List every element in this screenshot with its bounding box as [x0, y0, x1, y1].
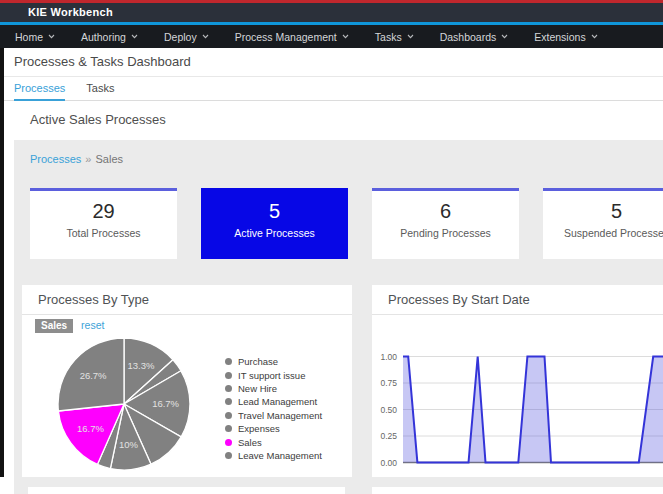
breadcrumb: Processes»Sales: [30, 153, 123, 165]
metric-value: 5: [543, 200, 663, 223]
caret-down-icon: [407, 34, 414, 39]
processes-by-start-date-body: 1.000.750.500.250.00: [372, 315, 663, 476]
bottom-panel-left: [28, 487, 345, 494]
metric-value: 6: [372, 200, 519, 223]
main-nav: HomeAuthoringDeployProcess ManagementTas…: [0, 25, 663, 48]
nav-item-label: Deploy: [164, 31, 197, 43]
legend-dot-icon: [225, 385, 232, 392]
nav-item-label: Extensions: [534, 31, 585, 43]
y-axis-tick-label: 0.25: [372, 431, 397, 441]
breadcrumb-separator: »: [85, 153, 91, 165]
tab-tasks[interactable]: Tasks: [86, 78, 114, 101]
pie-slice-label: 10%: [119, 439, 139, 450]
nav-item-process-management[interactable]: Process Management: [222, 25, 362, 48]
metric-label: Pending Processes: [372, 227, 519, 239]
section-bar: Active Sales Processes: [4, 102, 663, 140]
brand-logo[interactable]: KIE Workbench: [28, 3, 113, 22]
nav-item-home[interactable]: Home: [2, 25, 68, 48]
legend-label: Lead Management: [238, 396, 317, 407]
page-title: Processes & Tasks Dashboard: [14, 48, 191, 76]
legend-label: Sales: [238, 437, 262, 448]
nav-item-dashboards[interactable]: Dashboards: [427, 25, 522, 48]
masthead: KIE Workbench: [0, 3, 663, 22]
pie-slice-label: 16.7%: [152, 398, 179, 409]
legend-dot-icon: [225, 425, 232, 432]
metric-value: 29: [30, 200, 177, 223]
metric-card-pending-processes[interactable]: 6Pending Processes: [372, 188, 519, 259]
legend-item-it-support-issue[interactable]: IT support issue: [225, 368, 322, 381]
legend-item-new-hire[interactable]: New Hire: [225, 382, 322, 395]
dashboard-content: Processes»Sales 29Total Processes5Active…: [14, 140, 663, 494]
caret-down-icon: [342, 34, 349, 39]
legend-label: New Hire: [238, 383, 277, 394]
legend-dot-icon: [225, 452, 232, 459]
y-axis-tick-label: 0.50: [372, 405, 397, 415]
y-axis-tick-label: 0.00: [372, 458, 397, 468]
metric-label: Total Processes: [30, 227, 177, 239]
legend-label: IT support issue: [238, 370, 305, 381]
legend-label: Expenses: [238, 423, 280, 434]
section-title: Active Sales Processes: [30, 102, 166, 138]
legend-item-sales[interactable]: Sales: [225, 435, 322, 448]
pie-chart[interactable]: 13.3%16.7%10%16.7%26.7%: [57, 337, 191, 471]
nav-item-authoring[interactable]: Authoring: [68, 25, 151, 48]
pie-legend: PurchaseIT support issueNew HireLead Man…: [225, 355, 322, 462]
metric-card-total-processes[interactable]: 29Total Processes: [30, 188, 177, 259]
filter-badge-sales: Sales: [35, 319, 73, 333]
filter-reset-link[interactable]: reset: [81, 319, 104, 331]
legend-item-travel-management[interactable]: Travel Management: [225, 409, 322, 422]
metric-label: Suspended Processes: [543, 227, 663, 239]
legend-label: Purchase: [238, 356, 278, 367]
nav-item-label: Authoring: [81, 31, 126, 43]
nav-item-deploy[interactable]: Deploy: [151, 25, 222, 48]
nav-list: HomeAuthoringDeployProcess ManagementTas…: [0, 25, 663, 48]
tab-processes[interactable]: Processes: [14, 78, 65, 101]
legend-label: Leave Management: [238, 450, 322, 461]
legend-dot-icon: [225, 372, 232, 379]
processes-by-type-panel: Processes By Type Sales reset 13.3%16.7%…: [22, 285, 352, 477]
nav-item-tasks[interactable]: Tasks: [362, 25, 427, 48]
kie-workbench-screen: KIE Workbench HomeAuthoringDeployProcess…: [0, 0, 663, 494]
metric-label: Active Processes: [201, 227, 348, 239]
bottom-panel-right: [372, 487, 663, 494]
nav-item-extensions[interactable]: Extensions: [521, 25, 610, 48]
panel-title-processes-by-type: Processes By Type: [22, 285, 352, 315]
legend-label: Travel Management: [238, 410, 322, 421]
metric-card-suspended-processes[interactable]: 5Suspended Processes: [543, 188, 663, 259]
processes-by-type-body: Sales reset 13.3%16.7%10%16.7%26.7% Purc…: [22, 315, 352, 476]
caret-down-icon: [48, 34, 55, 39]
collapsed-panel-handle[interactable]: [0, 48, 4, 477]
metric-card-active-processes[interactable]: 5Active Processes: [201, 188, 348, 259]
page-title-bar: Processes & Tasks Dashboard: [4, 48, 663, 77]
legend-item-lead-management[interactable]: Lead Management: [225, 395, 322, 408]
y-axis-tick-label: 0.75: [372, 378, 397, 388]
metric-cards-row: 29Total Processes5Active Processes6Pendi…: [30, 188, 663, 259]
tabs-bar: ProcessesTasks: [4, 78, 663, 101]
pie-slice-label: 13.3%: [127, 360, 154, 371]
breadcrumb-processes[interactable]: Processes: [30, 153, 81, 165]
legend-dot-icon: [225, 439, 232, 446]
legend-dot-icon: [225, 398, 232, 405]
legend-item-purchase[interactable]: Purchase: [225, 355, 322, 368]
legend-dot-icon: [225, 412, 232, 419]
panel-title-processes-by-start-date: Processes By Start Date: [372, 285, 663, 315]
nav-item-label: Process Management: [235, 31, 337, 43]
legend-dot-icon: [225, 358, 232, 365]
nav-item-label: Dashboards: [440, 31, 497, 43]
legend-item-expenses[interactable]: Expenses: [225, 422, 322, 435]
processes-by-start-date-panel: Processes By Start Date 1.000.750.500.25…: [372, 285, 663, 477]
caret-down-icon: [591, 34, 598, 39]
breadcrumb-sales: Sales: [95, 153, 123, 165]
legend-item-leave-management[interactable]: Leave Management: [225, 449, 322, 462]
nav-item-label: Tasks: [375, 31, 402, 43]
y-axis-tick-label: 1.00: [372, 352, 397, 362]
nav-item-label: Home: [15, 31, 43, 43]
caret-down-icon: [131, 34, 138, 39]
pie-slice-label: 16.7%: [77, 423, 104, 434]
caret-down-icon: [501, 34, 508, 39]
metric-value: 5: [201, 200, 348, 223]
filter-row: Sales reset: [35, 319, 104, 333]
caret-down-icon: [202, 34, 209, 39]
area-chart[interactable]: [403, 354, 663, 466]
pie-slice-label: 26.7%: [80, 370, 107, 381]
